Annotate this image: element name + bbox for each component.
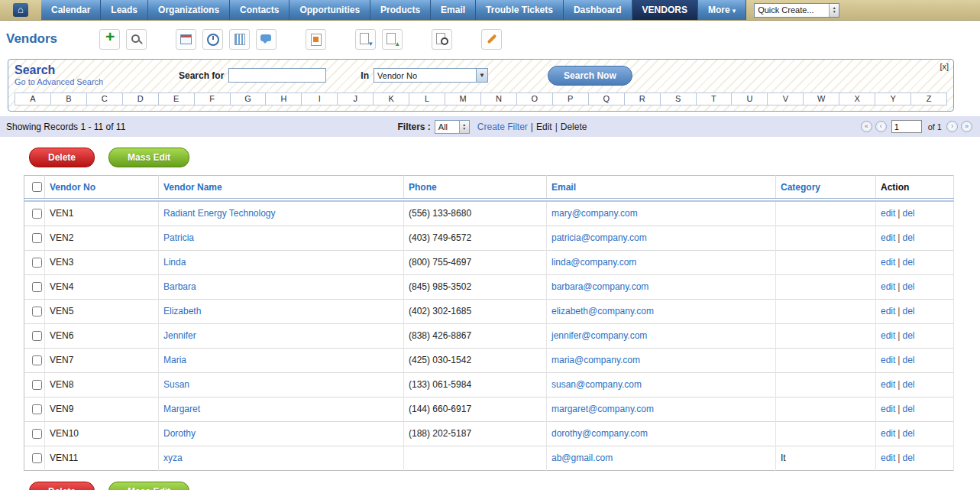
spinner-icon[interactable]: ▲▼ — [459, 121, 469, 133]
column-header-vendor-no[interactable]: Vendor No — [45, 176, 159, 199]
alphabet-link-c[interactable]: C — [87, 92, 123, 105]
last-page-button-top[interactable]: » — [961, 121, 972, 132]
settings-button[interactable] — [481, 29, 502, 50]
row-checkbox[interactable] — [32, 307, 42, 316]
clock-button[interactable] — [202, 29, 223, 50]
del-link[interactable]: del — [902, 257, 914, 268]
vendor-name-link[interactable]: Dorothy — [163, 428, 196, 439]
delete-filter-link[interactable]: Delete — [561, 122, 587, 132]
vendor-name-link[interactable]: Elizabeth — [163, 306, 201, 316]
email-link[interactable]: maria@company.com — [551, 355, 640, 365]
alphabet-link-z[interactable]: Z — [911, 92, 947, 105]
edit-link[interactable]: edit — [881, 355, 895, 365]
alphabet-link-k[interactable]: K — [374, 92, 409, 105]
nav-tab-opportunities[interactable]: Opportunities — [289, 0, 370, 20]
email-link[interactable]: elizabeth@company.com — [551, 306, 654, 316]
nav-tab-dashboard[interactable]: Dashboard — [564, 0, 632, 20]
email-link[interactable]: margaret@company.com — [551, 404, 654, 414]
edit-link[interactable]: edit — [881, 453, 895, 463]
alphabet-link-m[interactable]: M — [445, 92, 481, 105]
alphabet-link-v[interactable]: V — [768, 92, 804, 105]
email-link[interactable]: susan@company.com — [551, 379, 642, 390]
chat-button[interactable] — [256, 29, 277, 50]
row-checkbox[interactable] — [32, 429, 42, 439]
row-checkbox[interactable] — [32, 233, 42, 243]
alphabet-link-f[interactable]: F — [195, 92, 231, 105]
alphabet-link-p[interactable]: P — [553, 92, 589, 105]
export-button[interactable] — [382, 29, 403, 50]
column-header-email[interactable]: Email — [547, 176, 776, 199]
email-link[interactable]: linda@company.com — [551, 257, 636, 268]
edit-link[interactable]: edit — [881, 281, 895, 292]
alphabet-link-l[interactable]: L — [409, 92, 445, 105]
alphabet-link-s[interactable]: S — [661, 92, 697, 105]
email-link[interactable]: patricia@company.com — [551, 232, 647, 243]
alphabet-link-u[interactable]: U — [732, 92, 768, 105]
edit-link[interactable]: edit — [881, 232, 895, 243]
orgchart-button[interactable] — [229, 29, 250, 50]
mass-edit-button-bottom[interactable]: Mass Edit — [108, 482, 189, 490]
alphabet-link-j[interactable]: J — [338, 92, 374, 105]
vendor-name-link[interactable]: Linda — [163, 257, 186, 268]
edit-link[interactable]: edit — [881, 208, 895, 219]
row-checkbox[interactable] — [32, 209, 42, 219]
vendor-name-link[interactable]: Patricia — [163, 232, 194, 243]
close-search-button[interactable]: [x] — [940, 62, 949, 71]
alphabet-link-b[interactable]: B — [51, 92, 87, 105]
alphabet-link-a[interactable]: A — [15, 92, 51, 105]
home-button[interactable]: ⌂ — [0, 0, 41, 20]
del-link[interactable]: del — [902, 281, 914, 292]
alphabet-link-h[interactable]: H — [266, 92, 302, 105]
find-duplicates-button[interactable] — [432, 29, 452, 50]
email-link[interactable]: ab@gmail.com — [551, 453, 613, 463]
edit-link[interactable]: edit — [881, 330, 895, 341]
nav-tab-organizations[interactable]: Organizations — [148, 0, 230, 20]
del-link[interactable]: del — [902, 330, 914, 341]
edit-link[interactable]: edit — [881, 428, 895, 439]
row-checkbox[interactable] — [32, 355, 42, 365]
nav-tab-trouble-tickets[interactable]: Trouble Tickets — [476, 0, 564, 20]
first-page-button-top[interactable]: « — [861, 121, 872, 132]
column-header-category[interactable]: Category — [776, 176, 876, 199]
column-header-phone[interactable]: Phone — [404, 176, 547, 199]
email-link[interactable]: dorothy@company.com — [551, 428, 648, 439]
vendor-name-link[interactable]: Radiant Energy Technology — [163, 208, 276, 219]
column-header-vendor-name[interactable]: Vendor Name — [159, 176, 404, 199]
alphabet-link-g[interactable]: G — [231, 92, 267, 105]
nav-tab-more[interactable]: More▾ — [698, 0, 746, 20]
email-link[interactable]: mary@company.com — [551, 208, 638, 219]
row-checkbox[interactable] — [32, 282, 42, 292]
edit-link[interactable]: edit — [881, 257, 895, 268]
nav-tab-vendors[interactable]: VENDORS — [632, 0, 698, 20]
alphabet-link-d[interactable]: D — [123, 92, 159, 105]
del-link[interactable]: del — [902, 355, 914, 365]
del-link[interactable]: del — [902, 306, 914, 316]
nav-tab-leads[interactable]: Leads — [101, 0, 148, 20]
vendor-name-link[interactable]: Maria — [163, 355, 186, 365]
vendor-name-link[interactable]: Barbara — [163, 281, 196, 292]
spinner-icon[interactable]: ▲▼ — [829, 4, 839, 17]
del-link[interactable]: del — [902, 379, 914, 390]
del-link[interactable]: del — [902, 404, 914, 414]
search-input[interactable] — [228, 68, 326, 83]
del-link[interactable]: del — [902, 232, 914, 243]
nav-tab-contacts[interactable]: Contacts — [230, 0, 289, 20]
edit-link[interactable]: edit — [881, 404, 895, 414]
calendar-button[interactable] — [176, 29, 196, 50]
alphabet-link-x[interactable]: X — [839, 92, 875, 105]
alphabet-link-t[interactable]: T — [697, 92, 733, 105]
page-number-input-top[interactable] — [891, 120, 922, 133]
next-page-button-top[interactable]: › — [946, 121, 958, 132]
advanced-search-link[interactable]: Go to Advanced Search — [15, 77, 103, 86]
nav-tab-products[interactable]: Products — [370, 0, 431, 20]
mass-edit-button[interactable]: Mass Edit — [108, 148, 189, 167]
vendor-name-link[interactable]: Margaret — [163, 404, 200, 414]
email-link[interactable]: jennifer@company.com — [551, 330, 647, 341]
import-button[interactable] — [355, 29, 376, 50]
del-link[interactable]: del — [902, 208, 914, 219]
create-filter-link[interactable]: Create Filter — [477, 122, 528, 132]
vendor-name-link[interactable]: xyza — [163, 453, 183, 463]
search-now-button[interactable]: Search Now — [548, 66, 632, 86]
quick-create-select[interactable]: Quick Create... ▲▼ — [754, 3, 839, 18]
delete-button-bottom[interactable]: Delete — [29, 482, 95, 490]
